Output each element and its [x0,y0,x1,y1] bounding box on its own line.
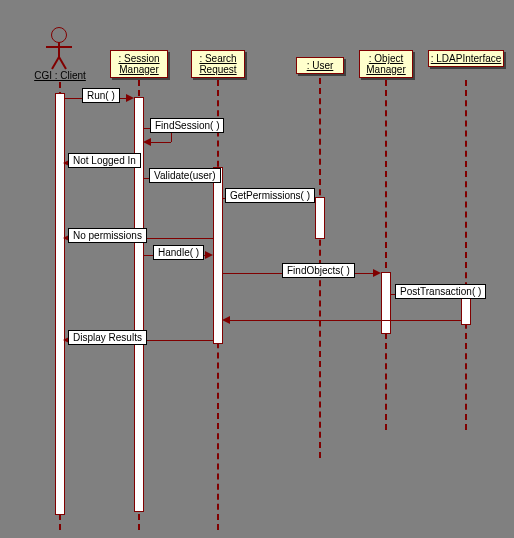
activation-object-manager [381,272,391,334]
actor-label: CGI : Client [32,70,88,81]
arrow-head-icon [373,269,381,277]
message-label: No permissions [68,228,147,243]
activation-client [55,93,65,515]
message-label: Handle( ) [153,245,204,260]
message-arrow [229,320,461,321]
arrow-head-icon [222,316,230,324]
lifeline-label: : Object Manager [366,53,405,75]
lifeline-header-session-manager: : Session Manager [110,50,168,78]
lifeline-label: : Session Manager [118,53,159,75]
lifeline-header-object-manager: : Object Manager [359,50,413,78]
message-arrow [150,142,171,143]
activation-user [315,197,325,239]
message-label: FindSession( ) [150,118,224,133]
lifeline-header-search-request: : Search Request [191,50,245,78]
arrow-head-icon [143,138,151,146]
actor-icon [46,46,72,48]
lifeline-object-manager [385,80,387,430]
message-label: Validate(user) [149,168,221,183]
lifeline-header-user: : User [296,57,344,74]
lifeline-label: : Search Request [199,53,236,75]
actor-icon [58,57,67,70]
lifeline-ldap-interface [465,80,467,430]
lifeline-header-ldap-interface: : LDAPInterface [428,50,504,67]
lifeline-label: : User [307,60,334,71]
message-label: PostTransaction( ) [395,284,486,299]
message-label: Run( ) [82,88,120,103]
arrow-head-icon [126,94,134,102]
message-label: FindObjects( ) [282,263,355,278]
message-label: Not Logged In [68,153,141,168]
actor-icon [51,27,67,43]
sequence-diagram: CGI : Client : Session Manager : Search … [0,0,514,538]
arrow-head-icon [205,251,213,259]
message-label: GetPermissions( ) [225,188,315,203]
lifeline-label: : LDAPInterface [431,53,502,64]
message-label: Display Results [68,330,147,345]
